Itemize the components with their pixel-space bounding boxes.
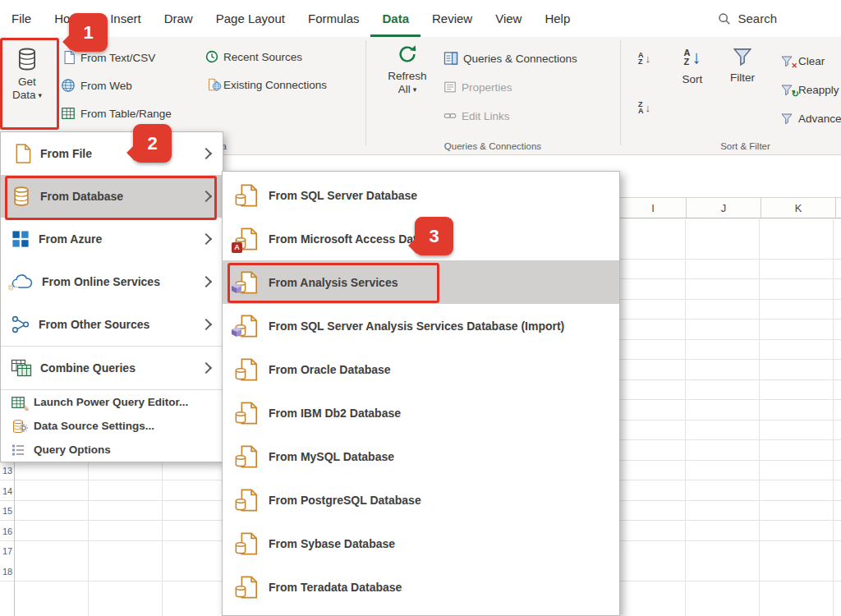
column-header[interactable]: I [620,198,687,218]
get-data-button[interactable]: Get Data [2,41,53,125]
submenu-item-oracle[interactable]: From Oracle Database [223,347,619,391]
tab-view[interactable]: View [484,0,533,37]
database-file-icon [234,401,259,425]
worksheet-grid[interactable] [620,219,841,616]
annotation-badge-1: 1 [69,13,108,52]
excel-window: File Home Insert Draw Page Layout Formul… [0,0,841,616]
tab-draw[interactable]: Draw [153,0,205,37]
column-header-row: I J K [620,197,841,218]
from-text-csv-label: From Text/CSV [80,52,155,64]
submenu-item-ssas-import[interactable]: From SQL Server Analysis Services Databa… [223,304,619,347]
refresh-all-button[interactable]: Refresh All [383,44,432,124]
search-box[interactable]: Search [718,0,777,37]
submenu-arrow-icon [200,276,212,287]
search-label: Search [738,11,777,25]
tab-data[interactable]: Data [370,0,420,37]
advanced-filter-button[interactable]: Advanced [780,108,841,128]
from-web-button[interactable]: From Web [61,76,132,95]
ssas-import-icon [234,314,259,338]
submenu-item-label: From MySQL Database [269,450,394,463]
submenu-item-sql-server[interactable]: From SQL Server Database [223,173,619,217]
ribbon-tab-bar: File Home Insert Draw Page Layout Formul… [0,0,841,38]
queries-connections-button[interactable]: Queries & Connections [443,48,577,68]
tab-help[interactable]: Help [533,0,581,37]
edit-links-label: Edit Links [462,110,510,122]
existing-connections-label: Existing Connections [223,79,327,91]
submenu-item-label: From Oracle Database [269,363,391,376]
access-a-badge-icon [232,242,242,253]
menu-item-data-source-settings[interactable]: Data Source Settings... [1,414,223,438]
text-file-icon [61,50,76,65]
row-header[interactable]: 17 [0,541,15,562]
row-header[interactable]: 15 [0,501,15,522]
group-separator [620,40,621,145]
menu-item-from-other-sources[interactable]: From Other Sources [1,303,223,346]
menu-item-from-azure[interactable]: From Azure [1,218,223,260]
options-list-icon [11,443,25,457]
column-header[interactable]: K [761,198,836,218]
menu-item-label: From Other Sources [39,318,194,331]
refresh-icon [397,44,418,65]
menu-item-from-file[interactable]: From File [1,132,223,175]
database-file-icon [234,444,259,469]
reapply-filter-icon [780,83,793,96]
annotation-badge-3: 3 [415,217,453,255]
tab-page-layout[interactable]: Page Layout [205,0,296,37]
menu-item-label: Combine Queries [40,361,194,375]
existing-connections-button[interactable]: Existing Connections [205,75,327,94]
submenu-item-mysql[interactable]: From MySQL Database [223,434,619,478]
advanced-filter-icon [780,112,793,125]
access-database-icon [234,227,259,251]
sort-descending-button[interactable] [638,98,650,117]
queries-group-label: Queries & Connections [374,141,612,151]
menu-item-from-online-services[interactable]: From Online Services [1,260,223,303]
connections-file-icon [205,78,218,91]
row-header[interactable]: 13 [0,461,15,481]
submenu-item-analysis-services[interactable]: From Analysis Services [223,260,619,304]
sort-filter-group-label: Sort & Filter [657,141,834,151]
sort-ascending-button[interactable] [638,48,650,68]
get-data-label-line2: Data [12,89,36,101]
power-query-editor-icon [11,395,25,410]
recent-sources-button[interactable]: Recent Sources [205,47,302,67]
submenu-item-teradata[interactable]: From Teradata Database [223,565,619,609]
globe-icon [61,78,76,93]
cloud-icon [11,273,34,291]
submenu-item-postgresql[interactable]: From PostgreSQL Database [223,478,619,522]
properties-label: Properties [462,81,512,94]
menu-item-launch-power-query-editor[interactable]: Launch Power Query Editor... [1,390,223,414]
row-header[interactable]: 18 [0,562,15,582]
combine-tables-icon [11,359,32,377]
menu-item-query-options[interactable]: Query Options [1,438,223,462]
tab-review[interactable]: Review [420,0,484,37]
menu-item-combine-queries[interactable]: Combine Queries [1,347,223,389]
queries-connections-label: Queries & Connections [463,53,577,65]
reapply-filter-button[interactable]: Reapply [780,80,839,99]
menu-item-label: From Database [40,190,194,203]
submenu-item-ibm-db2[interactable]: From IBM Db2 Database [223,391,619,434]
submenu-item-label: From Analysis Services [269,276,398,289]
mini-globe-icon [212,81,222,94]
dropdown-caret-icon [411,82,417,96]
sort-button[interactable]: Sort [673,44,711,124]
sort-za-icon [638,101,650,114]
refresh-label-line1: Refresh [388,70,426,82]
row-header[interactable]: 16 [0,522,15,542]
chain-link-icon [443,109,457,122]
database-file-icon [234,357,259,382]
column-header[interactable]: J [687,198,761,218]
menu-item-label: Query Options [34,444,214,456]
submenu-item-sybase[interactable]: From Sybase Database [223,522,619,565]
tab-formulas[interactable]: Formulas [296,0,371,37]
filter-button[interactable]: Filter [721,44,764,124]
clear-filter-button[interactable]: Clear [780,51,825,71]
menu-item-from-database[interactable]: From Database [1,175,223,218]
filter-label: Filter [730,71,755,84]
network-nodes-icon [11,315,30,334]
group-separator [365,40,366,145]
menu-item-label: Data Source Settings... [34,420,214,432]
from-table-range-button[interactable]: From Table/Range [61,103,172,123]
queries-pane-icon [443,51,458,66]
tab-file[interactable]: File [0,0,43,37]
row-header[interactable]: 14 [0,481,15,502]
